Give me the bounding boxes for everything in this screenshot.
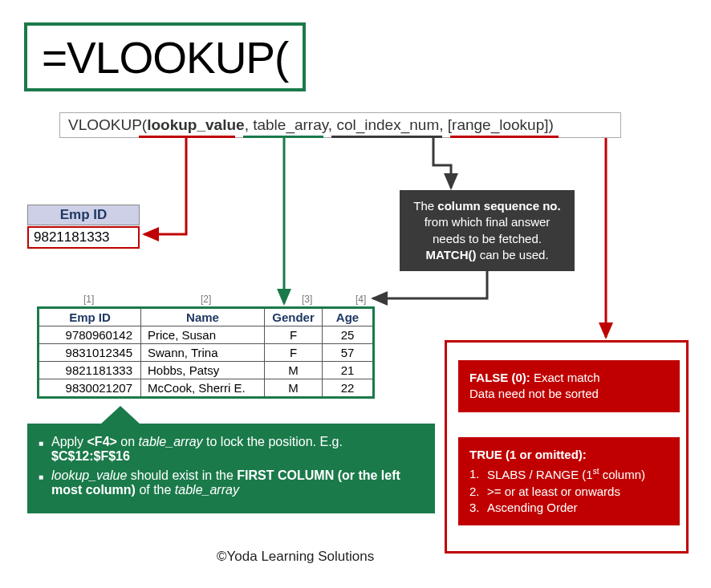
syntax-param-lookup-value: lookup_value [147, 116, 244, 133]
cell-name: Hobbs, Patsy [141, 362, 265, 379]
employee-table: Emp ID Name Gender Age 9780960142 Price,… [37, 306, 375, 399]
t: Data need not be sorted [469, 387, 599, 400]
t: SLABS / RANGE (1 [487, 468, 593, 481]
t: FALSE (0): [469, 371, 530, 384]
th-emp-id: Emp ID [39, 308, 141, 326]
bullet-icon: ■ [39, 435, 43, 452]
syntax-param-table-array: table_array [253, 116, 328, 133]
bullet-icon: ■ [39, 468, 43, 486]
t: lookup_value [51, 468, 127, 482]
t: on [117, 435, 139, 448]
t: should exist in the [127, 468, 237, 482]
range-lookup-false-box: FALSE (0): Exact match Data need not be … [458, 360, 680, 412]
table-array-tips: ■ Apply <F4> on table_array to lock the … [27, 424, 435, 513]
col-tag-2: [2] [201, 294, 211, 305]
syntax-param-col-index: col_index_num [336, 116, 439, 133]
syntax-sep2: , [328, 116, 337, 133]
n: 3. [469, 500, 487, 516]
underline-table-array [243, 136, 323, 138]
t: Ascending Order [487, 500, 578, 516]
t: can be used. [476, 248, 548, 262]
cell-age: 22 [323, 379, 374, 398]
syntax-close: ) [549, 116, 554, 133]
syntax-fn: VLOOKUP( [68, 116, 147, 133]
t: from which final answer needs to be fetc… [425, 215, 551, 245]
lookup-header: Emp ID [27, 205, 140, 225]
range-lookup-true-box: TRUE (1 or omitted): 1.SLABS / RANGE (1s… [458, 437, 680, 525]
table-row: 9831012345 Swann, Trina F 57 [39, 344, 374, 362]
formula-cell: =VLOOKUP( [24, 22, 306, 91]
t: table_array [175, 483, 239, 497]
col-tag-4: [4] [356, 294, 366, 305]
t: MATCH() [425, 248, 476, 262]
range-lookup-panel: FALSE (0): Exact match Data need not be … [445, 340, 689, 554]
cell-age: 25 [323, 326, 374, 344]
table-row: 9821181333 Hobbs, Patsy M 21 [39, 362, 374, 379]
syntax-sep3: , [439, 116, 448, 133]
tip-text-2: lookup_value should exist in the FIRST C… [51, 468, 421, 497]
t: Exact match [530, 371, 600, 384]
t: of the [136, 483, 175, 497]
cell-age: 21 [323, 362, 374, 379]
t: TRUE (1 or omitted): [469, 448, 587, 461]
col-tag-1: [1] [83, 294, 94, 305]
table-row: 9780960142 Price, Susan F 25 [39, 326, 374, 344]
cell-name: Swann, Trina [141, 344, 265, 362]
t: SLABS / RANGE (1st column) [487, 466, 645, 483]
th-gender: Gender [265, 308, 323, 326]
tip-row-2: ■ lookup_value should exist in the FIRST… [39, 468, 421, 497]
underline-col-index [331, 136, 442, 138]
cell-name: McCook, Sherri E. [141, 379, 265, 398]
t: to lock the position. E.g. [203, 435, 343, 448]
cell-id: 9780960142 [39, 326, 141, 344]
t: table_array [139, 435, 203, 448]
th-age: Age [323, 308, 374, 326]
t: Apply [51, 435, 87, 448]
t: st [593, 467, 599, 476]
t: column) [599, 468, 646, 481]
cell-gender: F [265, 326, 323, 344]
n: 1. [469, 466, 487, 483]
col-tag-3: [3] [302, 294, 312, 305]
t: >= or at least or onwards [487, 484, 620, 500]
table-row: 9830021207 McCook, Sherri E. M 22 [39, 379, 374, 398]
th-name: Name [141, 308, 265, 326]
t: column sequence no. [437, 199, 560, 213]
t: <F4> [87, 435, 117, 448]
n: 2. [469, 484, 487, 500]
underline-lookup-value [139, 136, 235, 138]
cell-id: 9821181333 [39, 362, 141, 379]
col-index-description: The column sequence no. from which final… [400, 190, 575, 271]
tip-row-1: ■ Apply <F4> on table_array to lock the … [39, 435, 421, 464]
cell-age: 57 [323, 344, 374, 362]
cell-gender: F [265, 344, 323, 362]
callout-pointer-icon [100, 406, 141, 425]
syntax-tooltip: VLOOKUP(lookup_value, table_array, col_i… [59, 112, 621, 138]
t: The [413, 199, 437, 213]
copyright-text: ©Yoda Learning Solutions [217, 549, 374, 565]
cell-name: Price, Susan [141, 326, 265, 344]
syntax-sep1: , [245, 116, 254, 133]
cell-gender: M [265, 379, 323, 398]
tip-text-1: Apply <F4> on table_array to lock the po… [51, 435, 343, 464]
underline-range-lookup [450, 136, 559, 138]
cell-id: 9830021207 [39, 379, 141, 398]
lookup-value-cell: 9821181333 [27, 226, 140, 249]
syntax-param-range-lookup: [range_lookup] [448, 116, 549, 133]
t: $C$12:$F$16 [51, 449, 130, 463]
table-header-row: Emp ID Name Gender Age [39, 308, 374, 326]
cell-id: 9831012345 [39, 344, 141, 362]
cell-gender: M [265, 362, 323, 379]
